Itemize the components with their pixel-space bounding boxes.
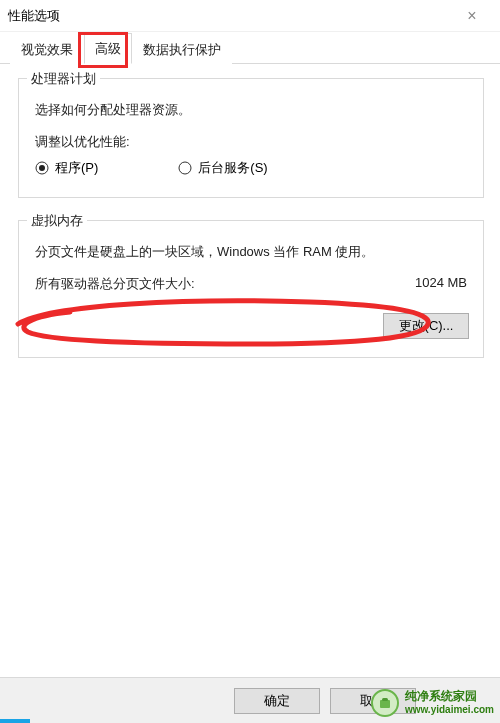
- vm-size-value: 1024 MB: [415, 275, 467, 293]
- decorative-stripe: [0, 719, 30, 723]
- radio-programs[interactable]: 程序(P): [35, 159, 98, 177]
- radio-background-services[interactable]: 后台服务(S): [178, 159, 267, 177]
- radio-programs-label: 程序(P): [55, 159, 98, 177]
- svg-rect-3: [380, 700, 390, 708]
- tab-visual-effects[interactable]: 视觉效果: [10, 34, 84, 64]
- adjust-label: 调整以优化性能:: [35, 133, 467, 151]
- processor-desc: 选择如何分配处理器资源。: [35, 101, 467, 119]
- ok-button[interactable]: 确定: [234, 688, 320, 714]
- tab-advanced[interactable]: 高级: [84, 33, 132, 64]
- vm-desc: 分页文件是硬盘上的一块区域，Windows 当作 RAM 使用。: [35, 243, 467, 261]
- radio-background-label: 后台服务(S): [198, 159, 267, 177]
- vm-change-row: 更改(C)...: [33, 313, 469, 339]
- vm-size-row: 所有驱动器总分页文件大小: 1024 MB: [35, 275, 467, 293]
- watermark-cn: 纯净系统家园: [405, 690, 494, 704]
- radio-on-icon: [35, 161, 49, 175]
- svg-point-1: [39, 165, 45, 171]
- group-processor-scheduling: 处理器计划 选择如何分配处理器资源。 调整以优化性能: 程序(P) 后台服务(S…: [18, 78, 484, 198]
- vm-size-label: 所有驱动器总分页文件大小:: [35, 275, 195, 293]
- group-title-processor: 处理器计划: [27, 70, 100, 88]
- close-icon[interactable]: ×: [452, 8, 492, 24]
- tab-dep[interactable]: 数据执行保护: [132, 34, 232, 64]
- watermark-badge-icon: [371, 689, 399, 717]
- content-area: 处理器计划 选择如何分配处理器资源。 调整以优化性能: 程序(P) 后台服务(S…: [0, 64, 500, 677]
- tab-strip: 视觉效果 高级 数据执行保护: [0, 34, 500, 64]
- watermark-url: www.yidaimei.com: [405, 704, 494, 716]
- radio-off-icon: [178, 161, 192, 175]
- performance-options-window: 性能选项 × 视觉效果 高级 数据执行保护 处理器计划 选择如何分配处理器资源。…: [0, 0, 500, 723]
- group-virtual-memory: 虚拟内存 分页文件是硬盘上的一块区域，Windows 当作 RAM 使用。 所有…: [18, 220, 484, 358]
- svg-point-2: [179, 162, 191, 174]
- radio-row: 程序(P) 后台服务(S): [35, 159, 467, 177]
- watermark-text: 纯净系统家园 www.yidaimei.com: [405, 690, 494, 715]
- titlebar: 性能选项 ×: [0, 0, 500, 32]
- window-title: 性能选项: [8, 7, 452, 25]
- watermark: 纯净系统家园 www.yidaimei.com: [371, 689, 494, 717]
- svg-rect-4: [382, 698, 388, 701]
- group-title-vm: 虚拟内存: [27, 212, 87, 230]
- change-button[interactable]: 更改(C)...: [383, 313, 469, 339]
